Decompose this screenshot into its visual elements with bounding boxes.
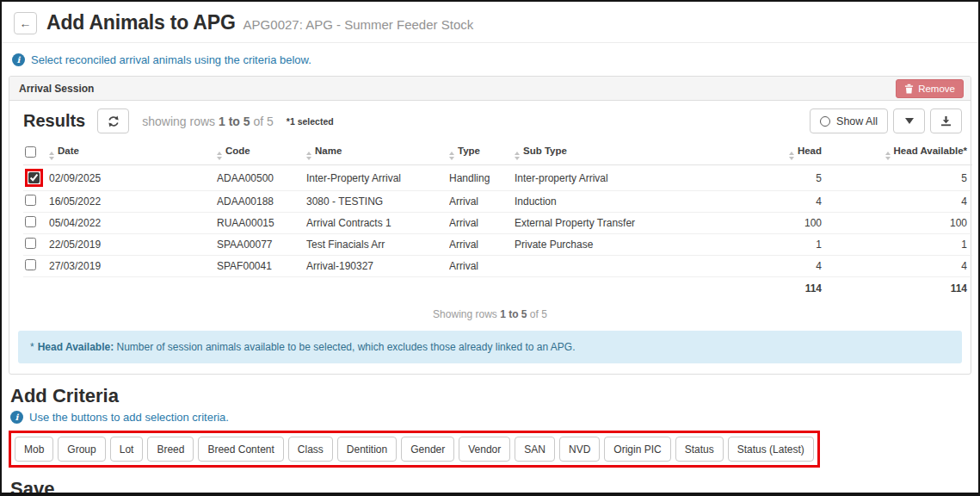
radio-icon	[820, 116, 830, 127]
cell-head-available: 4	[827, 256, 972, 277]
cell-subtype: Inter-property Arrival	[515, 165, 760, 191]
download-button[interactable]	[930, 108, 962, 133]
criteria-button-gender[interactable]: Gender	[401, 437, 454, 462]
total-head: 114	[760, 277, 827, 301]
table-row: 22/05/2019 SPAA00077 Test Finacials Arr …	[23, 234, 972, 256]
column-header-head-available[interactable]: Head Available*	[827, 141, 972, 165]
criteria-button-mob[interactable]: Mob	[15, 437, 53, 462]
filter-button[interactable]	[893, 108, 925, 133]
results-actions: Show All	[810, 108, 962, 133]
criteria-button-san[interactable]: SAN	[515, 437, 555, 462]
cell-name: Inter-Property Arrival	[306, 165, 449, 191]
cell-head-available: 4	[827, 191, 972, 213]
results-heading: Results	[23, 111, 85, 131]
cell-name: Arrival Contracts 1	[306, 213, 449, 234]
info-icon: i	[10, 411, 23, 424]
page-subtitle: APG0027: APG - Summer Feeder Stock	[243, 17, 474, 32]
criteria-button-status[interactable]: Status	[675, 437, 724, 462]
panel-header: Arrival Session Remove	[9, 77, 971, 101]
column-header-name[interactable]: Name	[306, 141, 449, 165]
cell-head: 5	[760, 165, 827, 191]
row-checkbox[interactable]	[25, 216, 36, 227]
row-checkbox[interactable]	[25, 238, 36, 249]
add-animals-page: ← Add Animals to APG APG0027: APG - Summ…	[0, 0, 980, 496]
cell-date: 05/04/2022	[49, 213, 217, 234]
criteria-button-group[interactable]: Group	[58, 437, 105, 462]
intro-note: Select reconciled arrival animals using …	[31, 53, 311, 66]
criteria-info-line: i Use the buttons to add selection crite…	[10, 411, 971, 424]
show-all-label: Show All	[836, 115, 878, 127]
arrival-session-panel: Arrival Session Remove Results	[9, 76, 971, 375]
select-all-header	[23, 141, 49, 165]
remove-button[interactable]: Remove	[896, 79, 964, 98]
table-header-row: Date Code Name Type Sub Type Head Head A…	[23, 141, 972, 165]
criteria-button-status-latest[interactable]: Status (Latest)	[728, 437, 814, 462]
table-row: 05/04/2022 RUAA00015 Arrival Contracts 1…	[23, 213, 972, 234]
row-checkbox[interactable]	[25, 259, 36, 270]
sort-icon	[515, 152, 520, 160]
annotation-highlight: Mob Group Lot Breed Breed Content Class …	[9, 431, 820, 468]
sort-icon	[306, 152, 311, 160]
cell-code: ADAA00188	[217, 191, 306, 213]
criteria-button-nvd[interactable]: NVD	[559, 437, 600, 462]
annotation-highlight	[25, 169, 43, 187]
row-checkbox[interactable]	[28, 172, 40, 183]
table-footer: Showing rows 1 to 5 of 5	[9, 300, 971, 327]
refresh-button[interactable]	[97, 108, 129, 133]
sort-icon	[217, 152, 222, 160]
column-header-date[interactable]: Date	[49, 141, 217, 165]
intro-info-line: i Select reconciled arrival animals usin…	[12, 53, 968, 66]
criteria-note: Use the buttons to add selection criteri…	[29, 411, 229, 424]
refresh-icon	[108, 115, 120, 127]
title-group: Add Animals to APG APG0027: APG - Summer…	[46, 11, 473, 34]
info-icon: i	[12, 53, 25, 66]
criteria-button-dentition[interactable]: Dentition	[337, 437, 397, 462]
lower-sections: Add Criteria i Use the buttons to add se…	[2, 385, 978, 496]
results-table: Date Code Name Type Sub Type Head Head A…	[23, 141, 972, 300]
table-row: 27/03/2019 SPAF00041 Arrival-190327 Arri…	[23, 256, 972, 277]
cell-code: RUAA00015	[217, 213, 306, 234]
cell-code: SPAF00041	[217, 256, 306, 277]
row-checkbox[interactable]	[25, 195, 36, 206]
criteria-button-class[interactable]: Class	[288, 437, 333, 462]
sort-icon	[789, 152, 794, 160]
column-header-type[interactable]: Type	[449, 141, 515, 165]
panel-title: Arrival Session	[19, 83, 94, 95]
cell-name: 3080 - TESTING	[306, 191, 449, 213]
page-header: ← Add Animals to APG APG0027: APG - Summ…	[2, 2, 978, 42]
show-all-button[interactable]: Show All	[810, 108, 888, 133]
column-header-subtype[interactable]: Sub Type	[515, 141, 760, 165]
cell-head: 1	[760, 234, 827, 256]
sort-icon	[885, 152, 891, 160]
column-header-head[interactable]: Head	[760, 141, 827, 165]
cell-name: Arrival-190327	[306, 256, 449, 277]
cell-type: Arrival	[449, 191, 515, 213]
cell-name: Test Finacials Arr	[306, 234, 449, 256]
cell-head-available: 100	[827, 213, 972, 234]
totals-row: 114 114	[23, 277, 972, 301]
trash-icon	[904, 84, 914, 94]
table-row: 02/09/2025 ADAA00500 Inter-Property Arri…	[23, 165, 972, 191]
table-row: 16/05/2022 ADAA00188 3080 - TESTING Arri…	[23, 191, 972, 213]
cell-head: 100	[760, 213, 827, 234]
cell-subtype: External Property Transfer	[515, 213, 760, 234]
sort-icon	[449, 152, 454, 160]
cell-code: ADAA00500	[217, 165, 306, 191]
criteria-button-breed-content[interactable]: Breed Content	[198, 437, 283, 462]
back-arrow-icon: ←	[20, 16, 32, 30]
back-button[interactable]: ←	[14, 12, 37, 34]
cell-head: 4	[760, 191, 827, 213]
criteria-button-origin-pic[interactable]: Origin PIC	[604, 437, 670, 462]
results-count: showing rows 1 to 5 of 5	[142, 115, 274, 128]
cell-date: 02/09/2025	[49, 165, 217, 191]
select-all-checkbox[interactable]	[25, 146, 36, 158]
criteria-button-vendor[interactable]: Vendor	[459, 437, 510, 462]
asterisk-icon: *	[30, 341, 34, 353]
criteria-button-breed[interactable]: Breed	[147, 437, 194, 462]
add-criteria-heading: Add Criteria	[10, 385, 971, 407]
cell-type: Arrival	[449, 234, 515, 256]
column-header-code[interactable]: Code	[217, 141, 306, 165]
criteria-button-lot[interactable]: Lot	[110, 437, 144, 462]
cell-date: 27/03/2019	[49, 256, 217, 277]
cell-date: 16/05/2022	[49, 191, 217, 213]
